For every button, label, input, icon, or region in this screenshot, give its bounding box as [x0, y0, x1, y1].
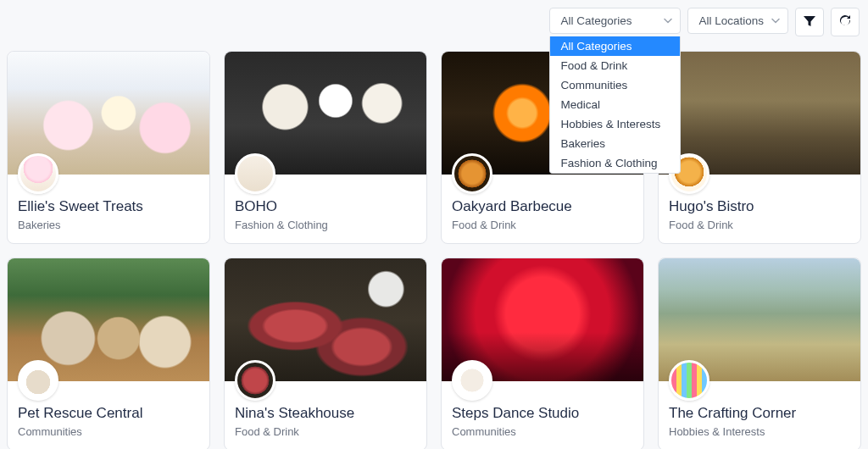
category-select-wrap: All Categories All CategoriesFood & Drin… — [549, 8, 681, 34]
chevron-down-icon — [771, 14, 780, 27]
listing-title: Hugo's Bistro — [669, 198, 850, 215]
listing-avatar — [669, 360, 709, 401]
listing-category: Food & Drink — [669, 219, 850, 231]
category-dropdown: All CategoriesFood & DrinkCommunitiesMed… — [549, 36, 681, 174]
category-option[interactable]: Communities — [550, 75, 680, 95]
category-option[interactable]: Bakeries — [550, 134, 680, 153]
category-option[interactable]: All Categories — [550, 36, 680, 56]
category-select-label: All Categories — [560, 14, 632, 27]
chevron-down-icon — [664, 14, 672, 27]
listing-card[interactable]: Pet Rescue CentralCommunities — [7, 258, 210, 449]
listing-category: Communities — [452, 425, 633, 438]
listing-title: Nina's Steakhouse — [235, 405, 416, 422]
listing-avatar — [235, 153, 275, 194]
listing-avatar — [452, 360, 492, 401]
listing-title: The Crafting Corner — [669, 405, 850, 422]
listing-title: Steps Dance Studio — [452, 405, 633, 422]
listing-title: Pet Rescue Central — [18, 405, 199, 422]
refresh-icon — [838, 14, 852, 30]
listing-title: Oakyard Barbecue — [452, 198, 633, 215]
listing-card[interactable]: Steps Dance StudioCommunities — [441, 258, 644, 449]
filter-button[interactable] — [795, 8, 824, 36]
listing-category: Food & Drink — [235, 425, 416, 438]
filter-bar: All Categories All CategoriesFood & Drin… — [549, 8, 860, 36]
filter-icon — [803, 14, 816, 30]
listing-title: Ellie's Sweet Treats — [18, 198, 199, 215]
listing-category: Communities — [18, 425, 199, 438]
listing-card[interactable]: BOHOFashion & Clothing — [224, 51, 427, 244]
location-select[interactable]: All Locations — [687, 8, 788, 34]
listing-avatar — [235, 360, 275, 401]
listing-category: Food & Drink — [452, 219, 633, 231]
category-option[interactable]: Medical — [550, 95, 680, 114]
listing-title: BOHO — [235, 198, 416, 215]
category-option[interactable]: Hobbies & Interests — [550, 114, 680, 134]
listing-card[interactable]: Hugo's BistroFood & Drink — [658, 51, 861, 244]
listing-grid: Ellie's Sweet TreatsBakeriesBOHOFashion … — [7, 51, 861, 449]
listing-category: Hobbies & Interests — [669, 425, 850, 438]
reset-button[interactable] — [831, 8, 860, 36]
listing-category: Bakeries — [18, 219, 199, 231]
listing-avatar — [18, 153, 58, 194]
listing-card[interactable]: The Crafting CornerHobbies & Interests — [658, 258, 861, 449]
location-select-wrap: All Locations — [687, 8, 788, 34]
location-select-label: All Locations — [698, 14, 764, 27]
category-option[interactable]: Food & Drink — [550, 56, 680, 75]
listing-card[interactable]: Nina's SteakhouseFood & Drink — [224, 258, 427, 449]
category-option[interactable]: Fashion & Clothing — [550, 153, 680, 173]
category-select[interactable]: All Categories — [549, 8, 681, 34]
listing-category: Fashion & Clothing — [235, 219, 416, 231]
listing-avatar — [18, 360, 58, 401]
listing-card[interactable]: Ellie's Sweet TreatsBakeries — [7, 51, 210, 244]
listing-avatar — [452, 153, 492, 194]
